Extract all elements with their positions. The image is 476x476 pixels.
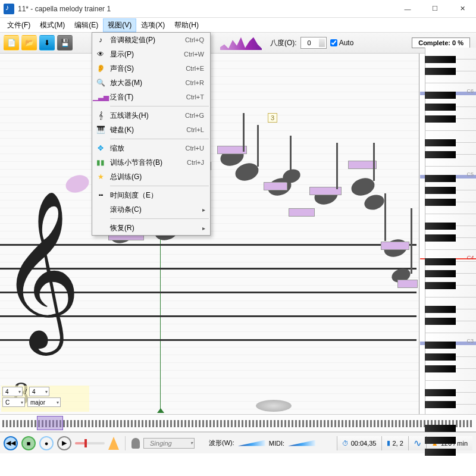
- black-key[interactable]: [425, 139, 456, 146]
- black-key[interactable]: [425, 187, 456, 194]
- black-key[interactable]: [425, 389, 456, 396]
- black-key[interactable]: [425, 199, 456, 206]
- menu-file[interactable]: 文件(F): [2, 18, 35, 32]
- play-button[interactable]: ▶: [57, 436, 71, 450]
- overview-notes: [2, 420, 474, 427]
- auto-checkbox-input[interactable]: [330, 39, 337, 46]
- black-key[interactable]: [425, 92, 456, 99]
- app-icon: [4, 4, 14, 14]
- view-menu-dropdown[interactable]: ♪音调额定值(P)Ctrl+Q 👁显示(P)Ctrl+W 👂声音(S)Ctrl+…: [92, 32, 211, 236]
- midi-meter[interactable]: [288, 440, 315, 446]
- black-key[interactable]: [425, 437, 456, 444]
- bars-icon: ▁▃▅: [92, 93, 109, 101]
- menu-display[interactable]: 👁显示(P)Ctrl+W: [92, 47, 210, 61]
- menu-restore[interactable]: 恢复(R): [92, 221, 210, 235]
- menu-voice[interactable]: 👂声音(S)Ctrl+E: [92, 61, 210, 76]
- timesig-den-select[interactable]: 4: [29, 387, 49, 396]
- black-key[interactable]: [425, 342, 456, 349]
- toolbar-import-icon[interactable]: ⬇: [39, 35, 55, 51]
- microphone-icon[interactable]: [131, 438, 140, 449]
- metronome-icon[interactable]: [108, 437, 119, 450]
- note-icon: ♪: [92, 36, 109, 44]
- menu-timescale[interactable]: ╍时间刻度（E）: [92, 188, 210, 202]
- voice-select[interactable]: Singing: [143, 438, 195, 449]
- toolbar-open-icon[interactable]: 📂: [21, 35, 37, 51]
- scroll-thumb[interactable]: [256, 400, 292, 412]
- menu-options[interactable]: 选项(X): [136, 18, 170, 32]
- black-key[interactable]: [425, 270, 456, 277]
- toolbar-save-icon[interactable]: 💾: [57, 35, 73, 51]
- menu-mode[interactable]: 模式(M): [35, 18, 70, 32]
- key-label-c3: C3: [466, 338, 474, 344]
- title-bar: 11* - capella melody trainer 1 — ☐ ✕: [0, 0, 476, 18]
- black-key[interactable]: [425, 115, 456, 123]
- black-key[interactable]: [425, 353, 456, 361]
- battery-icon: ▮▮: [92, 158, 109, 167]
- wave-label: 波形(W):: [209, 439, 234, 447]
- menu-train-notes[interactable]: ▮▮训练小节音符(B)Ctrl+J: [92, 155, 210, 170]
- status-bar: ◀◀ ■ ● ▶ Singing 波形(W): MIDI: ⏱00:04,35 …: [0, 432, 476, 453]
- octave-label: 八度(O):: [270, 38, 297, 48]
- menu-zoom[interactable]: ✥缩放Ctrl+U: [92, 141, 210, 155]
- menu-pitch[interactable]: ♪音调额定值(P)Ctrl+Q: [92, 33, 210, 47]
- key-label-c5: C5: [466, 171, 474, 177]
- pitch-bar: [289, 208, 315, 217]
- clef-icon: 𝄞: [92, 111, 109, 120]
- menu-scrollbar[interactable]: 滚动条(C): [92, 202, 210, 217]
- stop-button[interactable]: ■: [21, 436, 36, 450]
- pitch-bar: [264, 182, 287, 190]
- record-button[interactable]: ●: [39, 436, 54, 450]
- black-key[interactable]: [425, 151, 456, 158]
- signature-panel: 4 / 4 C major: [1, 386, 89, 412]
- menu-view[interactable]: 视图(V): [103, 18, 136, 32]
- staff-area: 𝄞: [0, 220, 416, 359]
- maximize-button[interactable]: ☐: [421, 0, 449, 18]
- mode-select[interactable]: major: [27, 397, 61, 407]
- black-key[interactable]: [425, 56, 456, 63]
- treble-clef-icon: 𝄞: [0, 202, 81, 339]
- menu-magnifier[interactable]: 🔍放大器(M)Ctrl+R: [92, 76, 210, 90]
- black-key[interactable]: [425, 306, 456, 313]
- toolbar-new-icon[interactable]: 📄: [4, 35, 19, 51]
- rewind-button[interactable]: ◀◀: [4, 436, 18, 450]
- black-key[interactable]: [425, 223, 456, 230]
- black-key[interactable]: [425, 365, 456, 372]
- position-slider[interactable]: [75, 442, 105, 444]
- piano-keyboard[interactable]: /*placeholder*/ C6 C5 C4 C3: [419, 54, 476, 414]
- black-key[interactable]: [425, 449, 456, 456]
- menu-overtones[interactable]: ▁▃▅泛音(T)Ctrl+T: [92, 90, 210, 104]
- menu-help[interactable]: 帮助(H): [170, 18, 203, 32]
- window-title: 11* - capella melody trainer 1: [18, 5, 111, 13]
- pitch-bar: [397, 280, 418, 288]
- toolbar-spectrum-icon[interactable]: [220, 36, 262, 50]
- overview-selection[interactable]: [37, 416, 63, 430]
- timesig-num-select[interactable]: 4: [2, 387, 23, 396]
- measure-marker[interactable]: 3: [268, 113, 277, 123]
- menu-staff-head[interactable]: 𝄞五线谱头(H)Ctrl+G: [92, 108, 210, 123]
- black-key[interactable]: [425, 175, 456, 182]
- menu-total-train[interactable]: ★总训练(G): [92, 170, 210, 184]
- menu-keyboard[interactable]: 🎹键盘(K)Ctrl+L: [92, 123, 210, 137]
- close-button[interactable]: ✕: [449, 0, 476, 18]
- key-select[interactable]: C: [2, 397, 25, 407]
- black-key[interactable]: [425, 104, 456, 111]
- black-key[interactable]: [425, 234, 456, 242]
- octave-spinner[interactable]: 0: [300, 37, 327, 49]
- black-key[interactable]: [425, 401, 456, 408]
- eye-icon: 👁: [92, 50, 109, 58]
- workspace[interactable]: 3 /*placeholder*/ C6 C5 C4 C3 𝄞 8: [0, 54, 476, 414]
- status-time: ⏱00:04,35: [337, 436, 381, 450]
- black-key[interactable]: [425, 425, 456, 432]
- menu-edit[interactable]: 编辑(E): [70, 18, 103, 32]
- black-key[interactable]: [425, 258, 456, 265]
- auto-checkbox[interactable]: Auto: [330, 39, 354, 47]
- minimize-button[interactable]: —: [394, 0, 421, 18]
- overview-strip[interactable]: [0, 414, 476, 432]
- status-bars: ▮2, 2: [381, 436, 408, 450]
- black-key[interactable]: [425, 318, 456, 325]
- menu-bar: 文件(F) 模式(M) 编辑(E) 视图(V) 选项(X) 帮助(H): [0, 18, 476, 32]
- black-key[interactable]: [425, 282, 456, 289]
- black-key[interactable]: [425, 68, 456, 75]
- wave-meter[interactable]: [238, 440, 265, 446]
- key-label-c4: C4: [466, 255, 474, 261]
